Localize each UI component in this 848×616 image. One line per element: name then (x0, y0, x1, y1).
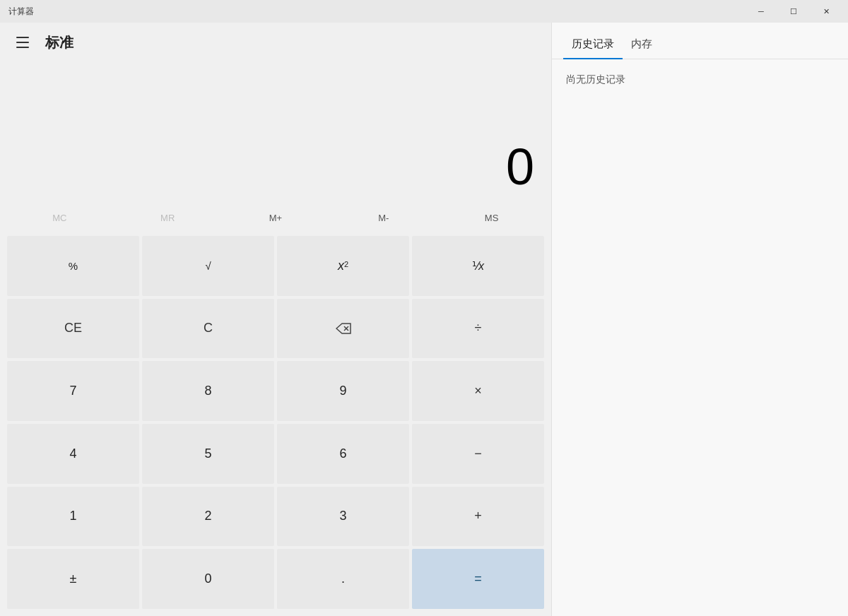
negate-button[interactable]: ± (7, 549, 139, 609)
display-value: 0 (506, 141, 534, 192)
mode-title: 标准 (45, 33, 73, 52)
mc-button[interactable]: MC (6, 203, 114, 232)
divide-button[interactable]: ÷ (412, 299, 544, 359)
subtract-button[interactable]: − (412, 424, 544, 484)
3-button[interactable]: 3 (277, 487, 409, 547)
mminus-button[interactable]: M- (329, 203, 437, 232)
title-bar: 计算器 ─ ☐ ✕ (0, 0, 848, 23)
calc-display: 0 (0, 62, 551, 203)
backspace-button[interactable] (277, 299, 409, 359)
history-empty-message: 尚无历史记录 (566, 73, 625, 86)
menu-button[interactable] (11, 31, 34, 54)
minimize-button[interactable]: ─ (745, 0, 777, 23)
calc-grid: % √ x2 ⅟x CE C ÷ 7 8 9 × 4 5 6 (0, 235, 551, 616)
7-button[interactable]: 7 (7, 361, 139, 421)
tab-history[interactable]: 历史记录 (563, 37, 623, 59)
4-button[interactable]: 4 (7, 424, 139, 484)
maximize-button[interactable]: ☐ (777, 0, 810, 23)
hamburger-icon (16, 42, 29, 43)
2-button[interactable]: 2 (142, 487, 274, 547)
backspace-icon (336, 323, 351, 334)
c-button[interactable]: C (142, 299, 274, 359)
decimal-button[interactable]: . (277, 549, 409, 609)
square-label: x2 (338, 259, 348, 273)
percent-button[interactable]: % (7, 236, 139, 296)
calc-header: 标准 (0, 23, 551, 62)
8-button[interactable]: 8 (142, 361, 274, 421)
equals-button[interactable]: = (412, 549, 544, 609)
9-button[interactable]: 9 (277, 361, 409, 421)
hamburger-icon (16, 37, 29, 38)
square-button[interactable]: x2 (277, 236, 409, 296)
reciprocal-button[interactable]: ⅟x (412, 236, 544, 296)
ce-button[interactable]: CE (7, 299, 139, 359)
memory-row: MC MR M+ M- MS (0, 203, 551, 232)
hamburger-icon (16, 47, 29, 48)
history-content: 尚无历史记录 (552, 59, 848, 616)
window-controls: ─ ☐ ✕ (745, 0, 842, 23)
5-button[interactable]: 5 (142, 424, 274, 484)
history-tabs: 历史记录 内存 (552, 23, 848, 59)
ms-button[interactable]: MS (437, 203, 546, 232)
1-button[interactable]: 1 (7, 487, 139, 547)
sqrt-button[interactable]: √ (142, 236, 274, 296)
add-button[interactable]: + (412, 487, 544, 547)
mplus-button[interactable]: M+ (222, 203, 330, 232)
history-panel: 历史记录 内存 尚无历史记录 (551, 23, 848, 616)
app-title: 计算器 (8, 6, 34, 18)
close-button[interactable]: ✕ (810, 0, 842, 23)
tab-memory[interactable]: 内存 (623, 37, 661, 59)
0-button[interactable]: 0 (142, 549, 274, 609)
mr-button[interactable]: MR (114, 203, 222, 232)
calculator-panel: 标准 0 MC MR M+ M- MS % √ x2 ⅟x CE C (0, 23, 551, 616)
app-body: 标准 0 MC MR M+ M- MS % √ x2 ⅟x CE C (0, 23, 848, 616)
6-button[interactable]: 6 (277, 424, 409, 484)
multiply-button[interactable]: × (412, 361, 544, 421)
reciprocal-label: ⅟x (472, 259, 484, 273)
